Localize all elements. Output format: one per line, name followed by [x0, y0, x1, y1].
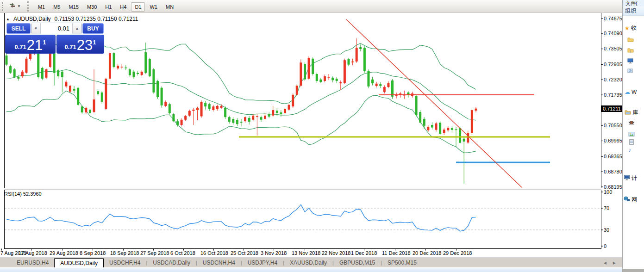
symbol-tabs: EURUSD,H4AUDUSD,DailyUSDCHF,H4|USDCAD,Da… [11, 258, 422, 267]
timeframe-toolbar: ▼ M1M5M15M30H1H4D1W1MN [0, 0, 622, 13]
desktop-icon [627, 58, 634, 65]
buy-price-box[interactable]: 0.71 23 1 [56, 35, 104, 54]
explorer-organize-button[interactable]: 组织 [623, 6, 644, 16]
timeframe-button-h4[interactable]: H4 [116, 2, 130, 12]
sell-price-box[interactable]: 0.71 21 1 [5, 35, 56, 54]
sidebar-item[interactable] [627, 37, 635, 43]
document-icon [628, 139, 635, 146]
price-axis-label: 0.73505 [604, 46, 622, 51]
symbol-tab-sp500[interactable]: SP500,M15 [382, 258, 422, 267]
timeframe-button-m15[interactable]: M15 [65, 2, 82, 12]
chevron-down-icon: ▼ [17, 4, 21, 8]
sidebar-item-库[interactable]: 库 [625, 109, 638, 117]
symbol-tab-usdjpy[interactable]: USDJPY,H4 [242, 258, 283, 267]
sidebar-item-网[interactable]: 网 [624, 196, 637, 204]
timeframe-button-h1[interactable]: H1 [101, 2, 115, 12]
symbol-tab-audusd[interactable]: AUDUSD,Daily [54, 258, 104, 267]
one-click-trading-panel: SELL ▼ 0.01 ▲ BUY 0.71 21 1 0.71 23 1 [5, 22, 103, 51]
sell-price-prefix: 0.71 [14, 43, 26, 50]
timeframe-button-m1[interactable]: M1 [34, 2, 49, 12]
rsi-axis-label: 100 [604, 189, 612, 195]
time-axis-label: 6 Oct 2018 [170, 250, 195, 256]
time-axis-label: 13 Nov 2018 [292, 250, 320, 256]
lot-size-stepper: ▼ 0.01 ▲ [31, 23, 82, 34]
folder-icon [627, 37, 634, 43]
sell-price-big: 21 [27, 39, 43, 52]
tabs-scroll-left-icon[interactable]: ◀ [604, 261, 606, 265]
sidebar-item-W[interactable]: ☁W [625, 89, 637, 95]
buy-button-label: BUY [87, 25, 99, 32]
symbol-tab-usdchf[interactable]: USDCHF,H4 [104, 258, 146, 267]
sidebar-item[interactable] [627, 68, 635, 75]
sidebar-item-label: 库 [632, 109, 638, 117]
rsi-axis-label: 30 [604, 227, 609, 233]
sidebar-item[interactable] [628, 120, 636, 127]
sidebar-item-label: 计 [631, 174, 637, 182]
sell-button[interactable]: SELL [6, 23, 31, 34]
sell-price-sup: 1 [43, 39, 46, 46]
video-icon [628, 120, 635, 127]
buy-button[interactable]: BUY [82, 23, 104, 34]
trading-terminal: ▼ M1M5M15M30H1H4D1W1MN ▲ AUDUSD,Daily 0.… [0, 0, 644, 272]
sidebar-item-收[interactable]: ★收 [625, 24, 637, 32]
sidebar-item[interactable] [628, 131, 636, 138]
toolbar-grip[interactable] [27, 1, 31, 12]
time-axis-label: 20 Dec 2018 [413, 250, 441, 256]
chart-title: ▲ AUDUSD,Daily 0.71153 0.71235 0.71150 0… [6, 16, 138, 22]
folder-down-icon: ↓ [627, 47, 634, 54]
sidebar-item-label: 收 [631, 24, 637, 32]
collapse-panel-icon[interactable]: ▲ [6, 17, 10, 21]
price-axis-label: 0.68780 [604, 169, 622, 174]
timeframe-button-m5[interactable]: M5 [50, 2, 64, 12]
lot-increase-button[interactable]: ▲ [72, 23, 81, 34]
sidebar-item[interactable]: ↓ [627, 47, 635, 54]
new-order-button[interactable]: ▼ [6, 1, 23, 12]
star-icon: ★ [625, 25, 630, 31]
status-bar [0, 267, 622, 272]
explorer-file-menu[interactable]: 文件( [623, 0, 644, 6]
sidebar-item[interactable]: ♪ [628, 147, 632, 153]
lot-decrease-button[interactable]: ▼ [31, 23, 41, 34]
symbol-tab-usdcnh[interactable]: USDCNH,H4 [197, 258, 241, 267]
time-axis-label: 25 Oct 2018 [231, 250, 258, 256]
lot-size-input[interactable]: 0.01 [41, 23, 72, 34]
symbol-tab-xauusd[interactable]: XAUUSD,Daily [284, 258, 332, 267]
price-axis-label: 0.68195 [604, 184, 622, 190]
sidebar-item[interactable] [628, 139, 636, 146]
symbol-tab-usdcad[interactable]: USDCAD,Daily [147, 258, 196, 267]
price-axis-label: 0.72320 [604, 77, 622, 82]
time-axis-label: 1 Dec 2018 [351, 250, 377, 256]
tabs-scroll-right-icon[interactable]: ▶ [613, 261, 616, 265]
chart-ohlc-values: 0.71153 0.71235 0.71150 0.71211 [55, 16, 138, 22]
sidebar-item-label: 网 [631, 196, 637, 204]
time-axis-label: 17 Aug 2018 [19, 250, 47, 256]
sidebar-item-计[interactable]: 计 [624, 174, 637, 182]
network-icon [624, 196, 630, 203]
time-axis-label: 29 Aug 2018 [50, 250, 78, 256]
toolbar-grip[interactable] [2, 2, 5, 11]
rsi-indicator-label: RSI(14) 52.3960 [4, 191, 42, 197]
price-axis-label: 0.74090 [604, 31, 622, 36]
chart-symbol-label: AUDUSD,Daily [13, 16, 51, 22]
timeframe-button-m30[interactable]: M30 [83, 2, 100, 12]
price-axis-label: 0.74675 [604, 16, 622, 21]
price-axis-label: 0.70550 [604, 123, 622, 128]
rsi-axis-label: 70 [604, 205, 609, 211]
picture-icon [628, 131, 635, 138]
time-axis-label: 27 Sep 2018 [140, 250, 169, 256]
sidebar-item[interactable] [627, 58, 635, 65]
sidebar-item-label: W [631, 89, 637, 95]
price-axis-label: 0.69965 [604, 138, 622, 143]
timeframe-button-w1[interactable]: W1 [146, 2, 161, 12]
time-axis-label: 18 Sep 2018 [110, 250, 139, 256]
library-icon [625, 109, 631, 116]
current-price-badge: 0.71211 [601, 105, 623, 112]
symbol-tab-eurusd[interactable]: EURUSD,H4 [11, 258, 54, 267]
timeframe-button-mn[interactable]: MN [162, 2, 177, 12]
symbol-tab-gbpusd[interactable]: GBPUSD,M15 [334, 258, 381, 267]
timeframe-button-d1[interactable]: D1 [131, 2, 145, 12]
time-axis-label: 16 Oct 2018 [200, 250, 228, 256]
price-axis-label: 0.72905 [604, 62, 622, 67]
buy-price-big: 23 [77, 39, 93, 52]
explorer-footer [623, 269, 644, 272]
